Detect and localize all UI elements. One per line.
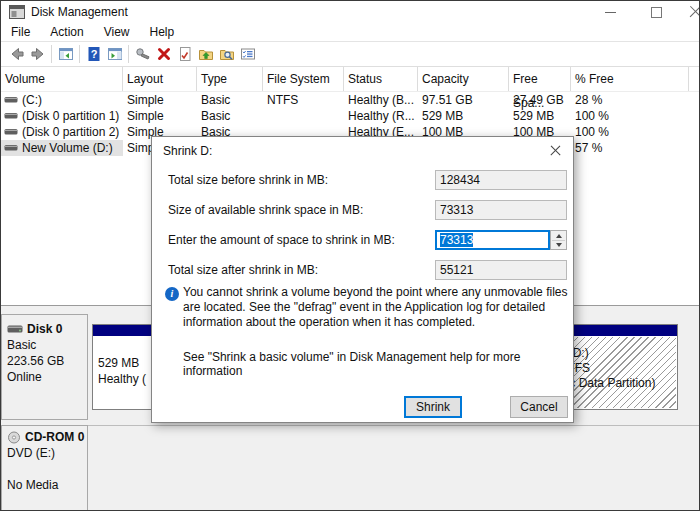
dialog-help-text: See "Shrink a basic volume" in Disk Mana… [183, 350, 568, 378]
action-pane-icon[interactable] [104, 43, 125, 65]
shrink-amount-spinner [550, 230, 567, 250]
volume-icon [4, 111, 18, 121]
screwdriver-icon[interactable] [132, 43, 153, 65]
col-layout[interactable]: Layout [123, 67, 197, 91]
dialog-title-bar[interactable]: Shrink D: [152, 137, 573, 165]
app-icon [9, 5, 25, 19]
maximize-button[interactable] [642, 1, 672, 23]
chevron-up-icon [556, 234, 562, 238]
volume-icon [4, 95, 18, 105]
table-row[interactable]: (Disk 0 partition 1) Simple Basic Health… [1, 108, 699, 124]
disk0-type: Basic [7, 337, 87, 353]
total-before-field: 128434 [435, 170, 567, 190]
table-row[interactable]: (C:) Simple Basic NTFS Healthy (B... 97.… [1, 92, 699, 108]
col-type[interactable]: Type [197, 67, 263, 91]
col-free-space[interactable]: Free Spa... [509, 67, 571, 91]
field-label: Enter the amount of space to shrink in M… [168, 230, 395, 250]
cancel-button[interactable]: Cancel [510, 396, 568, 418]
minimize-button[interactable] [597, 1, 627, 23]
minimize-icon [605, 12, 616, 13]
dialog-close-button[interactable] [545, 142, 567, 160]
cd-rom-icon [7, 431, 22, 444]
col-pct-free[interactable]: % Free [571, 67, 689, 91]
checklist-icon[interactable] [174, 43, 195, 65]
cdrom-name: CD-ROM 0 [25, 429, 84, 445]
window-title: Disk Management [31, 1, 128, 23]
col-capacity[interactable]: Capacity [418, 67, 509, 91]
disk0-name: Disk 0 [27, 321, 62, 337]
folder-up-icon[interactable] [195, 43, 216, 65]
svg-text:?: ? [90, 48, 97, 60]
help-icon[interactable]: ? [83, 43, 104, 65]
close-button[interactable] [687, 1, 699, 23]
disk-icon [7, 324, 24, 335]
col-status[interactable]: Status [344, 67, 418, 91]
title-bar[interactable]: Disk Management [1, 1, 699, 23]
back-icon[interactable] [6, 43, 27, 65]
disk0-status: Online [7, 369, 87, 385]
chevron-down-icon [556, 243, 562, 247]
shrink-amount-input[interactable]: 73313 [435, 230, 550, 250]
col-file-system[interactable]: File System [263, 67, 344, 91]
volume-icon [4, 127, 18, 137]
folder-search-icon[interactable] [216, 43, 237, 65]
menu-file[interactable]: File [1, 23, 40, 41]
shrink-button[interactable]: Shrink [404, 396, 462, 418]
field-label: Size of available shrink space in MB: [168, 200, 363, 220]
volume-list-header: Volume Layout Type File System Status Ca… [1, 67, 699, 92]
maximize-icon [651, 7, 662, 18]
spin-up-button[interactable] [551, 231, 566, 240]
details-icon[interactable] [237, 43, 258, 65]
cdrom-status: No Media [7, 477, 87, 493]
info-icon: i [165, 287, 179, 301]
spin-down-button[interactable] [551, 240, 566, 249]
toolbar-separator [51, 45, 52, 63]
menu-action[interactable]: Action [40, 23, 93, 41]
menu-bar: File Action View Help [1, 23, 699, 41]
dialog-title: Shrink D: [163, 137, 212, 165]
available-space-field: 73313 [435, 200, 567, 220]
disk-row-divider [1, 425, 699, 426]
disk0-size: 223.56 GB [7, 353, 87, 369]
shrink-dialog: Shrink D: Total size before shrink in MB… [151, 136, 574, 423]
delete-icon[interactable] [153, 43, 174, 65]
disk-management-window: Disk Management File Action View Help [0, 0, 700, 511]
volume-icon [4, 143, 18, 153]
field-label: Total size before shrink in MB: [168, 170, 328, 190]
menu-help[interactable]: Help [140, 23, 185, 41]
disk0-header[interactable]: Disk 0 Basic 223.56 GB Online [1, 314, 88, 420]
cdrom-media: DVD (E:) [7, 445, 87, 461]
menu-view[interactable]: View [94, 23, 140, 41]
dialog-info-text: You cannot shrink a volume beyond the po… [183, 285, 578, 330]
forward-icon[interactable] [27, 43, 48, 65]
cdrom-header[interactable]: CD-ROM 0 DVD (E:) No Media [1, 425, 88, 511]
toolbar: ? [1, 41, 699, 67]
field-label: Total size after shrink in MB: [168, 260, 318, 280]
col-volume[interactable]: Volume [1, 67, 123, 91]
console-tree-icon[interactable] [55, 43, 76, 65]
total-after-field: 55121 [435, 260, 567, 280]
